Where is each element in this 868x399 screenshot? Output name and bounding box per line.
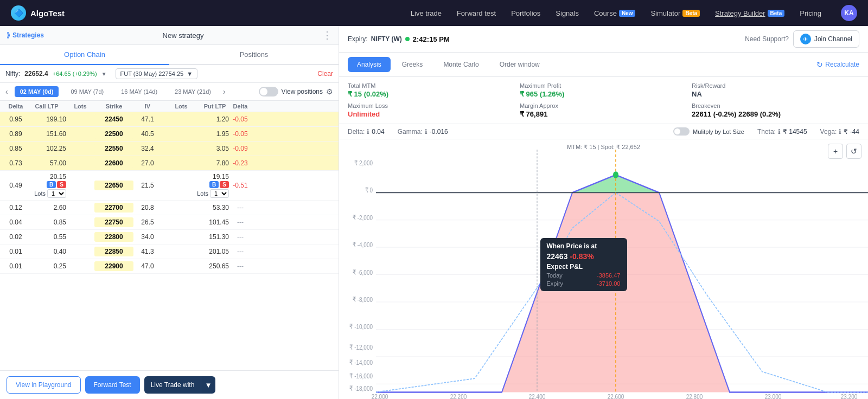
greek-delta-info[interactable]: ℹ xyxy=(367,128,369,136)
user-avatar[interactable]: KA xyxy=(841,5,857,21)
table-row: 0.73 57.00 22600 27.0 7.80 -0.23 xyxy=(0,156,339,171)
table-header: Delta Call LTP Lots Strike IV Lots Put L… xyxy=(0,101,339,112)
reset-chart-button[interactable]: ↺ xyxy=(846,144,861,159)
nifty-bar: Nifty: 22652.4 +64.65 (+0.29%) ▼ FUT (30… xyxy=(0,65,339,83)
col-call-ltp: Call LTP xyxy=(27,103,66,110)
live-status-indicator xyxy=(405,37,410,41)
col-lots-call: Lots xyxy=(66,103,94,110)
svg-text:23,200: 23,200 xyxy=(841,393,858,399)
date-prev-icon[interactable]: ‹ xyxy=(5,87,8,96)
view-playground-button[interactable]: View in Playground xyxy=(7,376,81,394)
svg-text:₹ -4,000: ₹ -4,000 xyxy=(353,241,373,248)
expiry-label: Expiry: xyxy=(348,35,368,43)
date-chip-3[interactable]: 23 MAY (21d) xyxy=(169,86,216,97)
greek-gamma: Gamma: ℹ -0.016 xyxy=(398,128,448,136)
svg-text:22,400: 22,400 xyxy=(529,393,546,399)
svg-text:₹ -10,000: ₹ -10,000 xyxy=(349,323,373,330)
nav-pricing[interactable]: Pricing xyxy=(800,5,821,21)
clear-button[interactable]: Clear xyxy=(317,70,333,78)
positions-toggle[interactable] xyxy=(259,87,278,96)
logo[interactable]: 🔷 AlgoTest xyxy=(11,5,65,21)
nav-portfolios[interactable]: Portfolios xyxy=(511,5,540,21)
tab-option-chain[interactable]: Option Chain xyxy=(0,45,169,65)
table-row: 0.01 0.40 22850 41.3 201.05 --- xyxy=(0,244,339,259)
col-strike: Strike xyxy=(94,103,133,110)
logo-icon: 🔷 xyxy=(11,5,26,21)
fut-dropdown-icon: ▼ xyxy=(187,70,193,77)
date-chip-1[interactable]: 09 MAY (7d) xyxy=(65,86,109,97)
date-chip-2[interactable]: 16 MAY (14d) xyxy=(116,86,163,97)
header: 🔷 AlgoTest Live trade Forward test Portf… xyxy=(0,0,868,26)
svg-text:₹ -18,000: ₹ -18,000 xyxy=(349,385,373,392)
svg-text:23,000: 23,000 xyxy=(765,393,782,399)
nav-course[interactable]: Course New xyxy=(594,5,635,21)
main-content: ⟫ Strategies New strategy ⋮ Option Chain… xyxy=(0,26,868,399)
settings-icon[interactable]: ⚙ xyxy=(326,87,333,96)
join-channel-button[interactable]: ✈ Join Channel xyxy=(793,30,859,48)
recalculate-icon: ↻ xyxy=(816,60,823,69)
bottom-buttons: View in Playground Forward Test Live Tra… xyxy=(0,370,339,399)
metric-max-profit: Maximum Profit ₹ 965 (1.26%) xyxy=(520,82,687,98)
call-lots-select[interactable]: 12 xyxy=(47,189,66,198)
tab-monte-carlo[interactable]: Monte Carlo xyxy=(434,57,488,72)
multiply-lot-switch[interactable] xyxy=(673,127,690,136)
svg-text:₹ -6,000: ₹ -6,000 xyxy=(353,269,373,276)
course-badge: New xyxy=(619,10,636,17)
tab-order-window[interactable]: Order window xyxy=(490,57,549,72)
svg-text:₹ 2,000: ₹ 2,000 xyxy=(354,159,373,166)
greek-vega-info[interactable]: ℹ xyxy=(839,128,841,136)
left-panel: ⟫ Strategies New strategy ⋮ Option Chain… xyxy=(0,26,339,399)
chart-controls: + ↺ xyxy=(828,144,861,159)
fut-selector[interactable]: FUT (30 May) 22754.25 ▼ xyxy=(116,68,197,79)
col-delta-put: Delta xyxy=(229,103,252,110)
expiry-value: NIFTY (W) xyxy=(371,35,402,43)
nav-strategy-builder[interactable]: Strategy Builder Beta xyxy=(715,5,784,21)
zoom-in-button[interactable]: + xyxy=(828,144,843,159)
metrics-grid: Total MTM ₹ 15 (0.02%) Maximum Profit ₹ … xyxy=(339,77,868,124)
live-trade-button[interactable]: Live Trade with xyxy=(144,376,201,394)
nav-live-trade[interactable]: Live trade xyxy=(411,5,442,21)
col-lots-put: Lots xyxy=(162,103,201,110)
analysis-tabs: Analysis Greeks Monte Carlo Order window… xyxy=(339,53,868,77)
sell-put-btn[interactable]: S xyxy=(220,181,229,188)
tab-positions[interactable]: Positions xyxy=(169,45,339,64)
table-row: 0.04 0.85 22750 26.5 101.45 --- xyxy=(0,215,339,230)
right-top-bar: Expiry: NIFTY (W) 2:42:15 PM Need Suppor… xyxy=(339,26,868,53)
live-trade-group: Live Trade with ▼ xyxy=(144,376,215,394)
buy-call-btn[interactable]: B xyxy=(47,181,56,188)
svg-text:22,800: 22,800 xyxy=(686,393,703,399)
table-row: 0.02 0.55 22800 34.0 151.30 --- xyxy=(0,230,339,244)
put-lots-select[interactable]: 12 xyxy=(210,189,229,198)
sell-call-btn[interactable]: S xyxy=(57,181,66,188)
nifty-dropdown-icon[interactable]: ▼ xyxy=(101,71,107,77)
strategies-label[interactable]: ⟫ Strategies xyxy=(7,31,44,39)
expiry-info: Expiry: NIFTY (W) 2:42:15 PM xyxy=(348,35,450,43)
greek-theta-info[interactable]: ℹ xyxy=(778,128,781,136)
col-put-ltp: Put LTP xyxy=(201,103,229,110)
metric-breakeven: Breakeven 22611 (-0.2%) 22689 (0.2%) xyxy=(692,102,859,118)
metric-risk-reward: Risk/Reward NA xyxy=(692,82,859,98)
recalculate-button[interactable]: ↻ Recalculate xyxy=(816,57,859,72)
nav-simulator[interactable]: Simulator Beta xyxy=(650,5,700,21)
table-row-atm: 0.49 20.15 B S Lots 12 22650 21.5 19.15 xyxy=(0,171,339,201)
svg-text:₹ -16,000: ₹ -16,000 xyxy=(349,372,373,379)
svg-text:22,200: 22,200 xyxy=(450,393,467,399)
buy-put-btn[interactable]: B xyxy=(209,181,219,188)
strategy-builder-badge: Beta xyxy=(768,10,785,17)
table-row: 0.95 199.10 22450 47.1 1.20 -0.05 xyxy=(0,112,339,127)
tab-analysis[interactable]: Analysis xyxy=(348,57,391,72)
nav-signals[interactable]: Signals xyxy=(556,5,579,21)
svg-point-34 xyxy=(613,171,618,178)
date-chip-0[interactable]: 02 MAY (0d) xyxy=(15,86,59,97)
metric-total-mtm: Total MTM ₹ 15 (0.02%) xyxy=(348,82,515,98)
table-row: 0.12 2.60 22700 20.8 53.30 --- xyxy=(0,201,339,215)
date-next-icon[interactable]: › xyxy=(223,87,226,96)
nav-forward-test[interactable]: Forward test xyxy=(457,5,496,21)
greek-gamma-info[interactable]: ℹ xyxy=(425,128,427,136)
table-row: 0.85 102.25 22550 32.4 3.05 -0.09 xyxy=(0,141,339,156)
live-trade-dropdown-button[interactable]: ▼ xyxy=(201,376,215,394)
forward-test-button[interactable]: Forward Test xyxy=(85,376,140,394)
tab-greeks[interactable]: Greeks xyxy=(393,57,432,72)
strategy-menu-button[interactable]: ⋮ xyxy=(322,29,332,41)
nav-bar: Live trade Forward test Portfolios Signa… xyxy=(411,5,857,21)
